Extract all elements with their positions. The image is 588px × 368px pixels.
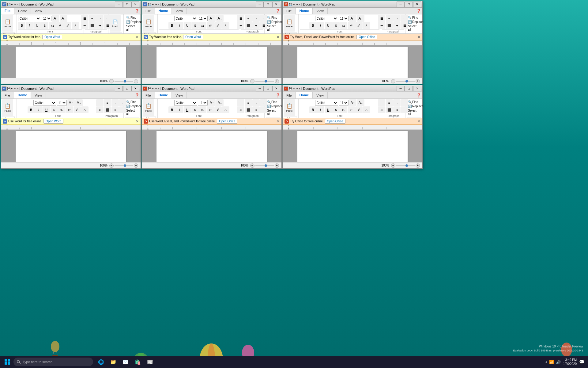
- tray-up-arrow[interactable]: ∧: [545, 360, 547, 364]
- color-btn-5[interactable]: A: [222, 106, 229, 113]
- num-btn-3[interactable]: ≡: [386, 15, 393, 22]
- italic-btn-6[interactable]: I: [317, 106, 324, 113]
- maximize-btn-3[interactable]: □: [405, 2, 413, 7]
- doc-page-2[interactable]: [156, 47, 267, 78]
- doc-page-6[interactable]: [297, 131, 408, 162]
- taskbar-edge-icon[interactable]: 🌐: [96, 356, 107, 367]
- color-btn-2[interactable]: A: [222, 22, 229, 29]
- color-btn-6[interactable]: A: [363, 106, 370, 113]
- italic-btn-5[interactable]: I: [176, 106, 183, 113]
- close-btn-3[interactable]: ✕: [413, 2, 421, 7]
- super-btn-6[interactable]: x²: [348, 106, 355, 113]
- indent-btn-1[interactable]: →: [96, 15, 104, 22]
- doc-page-4[interactable]: [16, 131, 126, 162]
- system-clock[interactable]: 3:49 PM 1/20/2020: [563, 358, 577, 366]
- select-all-item-6[interactable]: Select all: [407, 109, 420, 116]
- grow-btn-2[interactable]: A↑: [208, 15, 216, 22]
- paste-btn-5[interactable]: 📋 Paste: [143, 99, 154, 116]
- zoom-slider-5[interactable]: [255, 165, 274, 166]
- view-tab-1[interactable]: View: [31, 8, 46, 14]
- sub-btn-5[interactable]: x₂: [199, 106, 206, 113]
- replace-item-4[interactable]: 🔄 Replace: [126, 104, 138, 108]
- list-btn-3[interactable]: ☰: [378, 15, 385, 22]
- replace-item-2[interactable]: 🔄 Replace: [266, 20, 279, 24]
- select-all-item-2[interactable]: Select all: [266, 24, 279, 32]
- num-btn-5[interactable]: ≡: [245, 99, 252, 106]
- align-left-5[interactable]: ⬅: [237, 106, 244, 113]
- close-btn-5[interactable]: ✕: [272, 86, 280, 91]
- quick-undo-4[interactable]: ↩: [11, 87, 13, 90]
- zoom-in-2[interactable]: +: [275, 79, 279, 83]
- help-btn-5[interactable]: ❓: [276, 93, 280, 98]
- home-tab-4[interactable]: Home: [14, 92, 31, 98]
- taskbar-store-icon[interactable]: 🛍️: [132, 356, 143, 367]
- size-select-5[interactable]: 11: [198, 100, 208, 105]
- notif-btn-6[interactable]: Open Office: [325, 119, 345, 124]
- home-tab-3[interactable]: Home: [296, 8, 313, 14]
- view-tab-2[interactable]: View: [172, 8, 187, 14]
- indent-btn-4[interactable]: →: [111, 99, 119, 106]
- find-item-6[interactable]: 🔍 Find: [407, 100, 420, 104]
- zoom-in-1[interactable]: +: [134, 79, 138, 83]
- maximize-btn-5[interactable]: □: [264, 86, 272, 91]
- file-tab-3[interactable]: File: [283, 8, 296, 14]
- underline-btn-2[interactable]: U: [184, 22, 191, 29]
- action-center-icon[interactable]: 💬: [579, 359, 584, 364]
- paste-btn-4[interactable]: 📋 Paste: [2, 99, 13, 116]
- zoom-out-6[interactable]: −: [391, 163, 395, 168]
- help-btn-3[interactable]: ❓: [417, 9, 421, 13]
- paste-btn-1[interactable]: 📋 Paste: [2, 15, 13, 32]
- maximize-btn-4[interactable]: □: [123, 86, 131, 91]
- zoom-slider-1[interactable]: [115, 81, 133, 82]
- file-tab-6[interactable]: File: [283, 92, 296, 98]
- quick-save-5[interactable]: 💾: [148, 87, 151, 90]
- size-select-2[interactable]: 11: [198, 16, 208, 21]
- taskbar-explorer-icon[interactable]: 📁: [108, 356, 119, 367]
- shrink-btn-6[interactable]: A↓: [357, 99, 364, 106]
- home-tab-1[interactable]: Home: [14, 8, 31, 14]
- replace-item-5[interactable]: 🔄 Replace: [266, 104, 279, 108]
- underline-btn-4[interactable]: U: [43, 106, 50, 113]
- zoom-slider-3[interactable]: [396, 81, 415, 82]
- find-item-2[interactable]: 🔍 Find: [266, 16, 279, 20]
- view-tab-4[interactable]: View: [31, 92, 46, 98]
- find-item-1[interactable]: 🔍 Find: [126, 16, 138, 20]
- close-btn-2[interactable]: ✕: [272, 2, 280, 7]
- align-center-3[interactable]: ⬛: [386, 22, 393, 29]
- underline-btn-6[interactable]: U: [325, 106, 332, 113]
- taskbar-news-icon[interactable]: 📰: [145, 356, 156, 367]
- super-btn-4[interactable]: x²: [66, 106, 73, 113]
- quick-save-2[interactable]: 💾: [148, 3, 151, 6]
- grow-btn-5[interactable]: A↑: [208, 99, 216, 106]
- find-item-3[interactable]: 🔍 Find: [407, 16, 420, 20]
- indent-btn-5[interactable]: →: [252, 99, 260, 106]
- bold-btn-1[interactable]: B: [18, 22, 25, 29]
- super-btn-2[interactable]: x²: [207, 22, 214, 29]
- tray-network-icon[interactable]: 📶: [549, 360, 554, 364]
- zoom-out-2[interactable]: −: [250, 79, 254, 83]
- italic-btn-2[interactable]: I: [176, 22, 183, 29]
- indent-btn-2[interactable]: →: [252, 15, 260, 22]
- underline-btn-3[interactable]: U: [325, 22, 332, 29]
- minimize-btn-5[interactable]: ─: [256, 86, 264, 91]
- insert-btn-1[interactable]: 📄 Insert: [110, 15, 121, 32]
- bold-btn-4[interactable]: B: [28, 106, 35, 113]
- size-select-3[interactable]: 11: [339, 16, 349, 21]
- minimize-btn-4[interactable]: ─: [115, 86, 123, 91]
- shrink-btn-2[interactable]: A↓: [216, 15, 224, 22]
- help-btn-2[interactable]: ❓: [276, 9, 280, 13]
- quick-undo-5[interactable]: ↩: [152, 87, 154, 90]
- zoom-in-4[interactable]: +: [134, 163, 138, 168]
- super-btn-3[interactable]: x²: [348, 22, 355, 29]
- align-left-4[interactable]: ⬅: [96, 106, 104, 113]
- quick-redo-2[interactable]: ↪: [155, 3, 157, 6]
- align-center-2[interactable]: ⬛: [245, 22, 252, 29]
- quick-redo-6[interactable]: ↪: [296, 87, 298, 90]
- font-select-4[interactable]: Calibri: [33, 100, 56, 105]
- notif-close-1[interactable]: ✕: [136, 35, 139, 39]
- highlight-btn-2[interactable]: 🖊: [214, 22, 222, 29]
- tray-volume-icon[interactable]: 🔊: [556, 360, 561, 364]
- highlight-btn-3[interactable]: 🖊: [355, 22, 363, 29]
- quick-redo-3[interactable]: ↪: [296, 3, 298, 6]
- zoom-slider-2[interactable]: [255, 81, 274, 82]
